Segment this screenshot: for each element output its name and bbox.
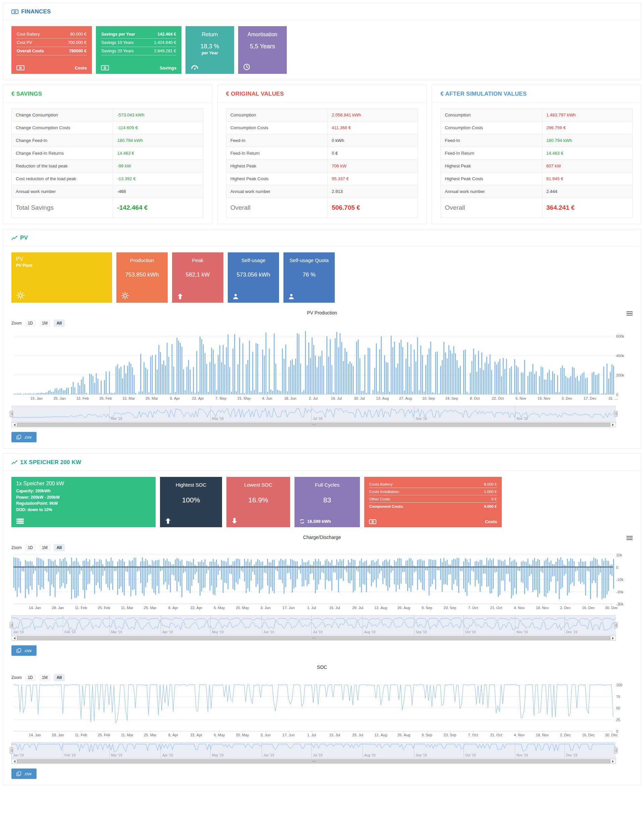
navigator-left-handle[interactable] (10, 747, 13, 753)
overall-row: Overall364.241 € (441, 198, 632, 217)
card-footer-label: Costs (75, 66, 87, 71)
csv-button-label: .csv (24, 648, 31, 653)
scroll-left-button[interactable] (12, 636, 17, 641)
savings-row: Savings 10 Years1.424.640 € (101, 39, 176, 47)
scrollbar-thumb[interactable] (17, 423, 610, 426)
overall-row: Overall506.705 € (227, 198, 418, 217)
clock-icon (243, 63, 282, 71)
zoom-1m-button[interactable]: 1M (39, 544, 51, 551)
pv-peak-card: Peak 582,1 kW (172, 252, 223, 303)
csv-button-label: .csv (24, 434, 31, 440)
return-card: Return 18,3 % per Year (186, 26, 234, 74)
zoom-1d-button[interactable]: 1D (25, 544, 36, 551)
charge-chart-title-row: Charge/Discharge (12, 535, 632, 540)
scrollbar-track[interactable] (17, 422, 610, 427)
navigator-right-handle[interactable] (614, 411, 618, 417)
speicher-panel: 1X SPEICHER 200 KW 1x Speicher 200 kW Ca… (3, 453, 641, 785)
charge-csv-button[interactable]: .csv (12, 645, 36, 656)
soc-navigator-canvas[interactable] (12, 742, 616, 758)
battery-spec-line: DOD: down to 10% (16, 507, 151, 513)
charge-scrollbar[interactable] (12, 636, 616, 641)
table-row: Annual work number2.913 (227, 185, 418, 198)
zoom-all-button[interactable]: All (54, 674, 65, 681)
hamburger-menu-icon[interactable] (626, 311, 632, 316)
table-row: Consumption Costs411.368 € (227, 122, 418, 134)
pv-production-chart[interactable] (12, 327, 632, 403)
scroll-right-button[interactable] (610, 636, 616, 641)
zoom-1d-button[interactable]: 1D (25, 674, 36, 681)
panel-title: € AFTER SIMULATION VALUES (440, 90, 527, 97)
table-row: Change Consumption Costs-114.609 € (12, 122, 203, 134)
savings-header: € SAVINGS (12, 90, 204, 97)
scroll-right-button[interactable] (610, 422, 616, 427)
arrow-up-icon (177, 293, 219, 300)
soc-scrollbar[interactable] (12, 759, 616, 764)
panel-title: € ORIGINAL VALUES (226, 90, 284, 97)
hamburger-menu-icon[interactable] (626, 535, 632, 541)
sun-icon (121, 292, 163, 300)
soc-chart-title-row: SOC (12, 665, 632, 670)
original-values-panel: € ORIGINAL VALUES Consumption2.056.841 k… (217, 85, 427, 224)
banknote-icon (16, 65, 25, 71)
pv-zoom-controls: Zoom 1D 1M All (12, 319, 632, 327)
navigator-left-handle[interactable] (10, 411, 13, 417)
soc-navigator[interactable] (12, 742, 616, 758)
table-row: Consumption1.483.797 kWh (441, 109, 632, 122)
scroll-right-button[interactable] (610, 759, 616, 764)
pv-production-card: Production 753.850 kWh (117, 252, 168, 303)
cost-row-total: Component Costs:9.000 € (369, 503, 497, 510)
soc-chart[interactable] (12, 682, 632, 740)
pv-header: PV (12, 235, 632, 241)
charge-navigator-canvas[interactable] (12, 615, 616, 635)
scroll-left-button[interactable] (12, 422, 17, 427)
pv-csv-button[interactable]: .csv (12, 432, 36, 443)
scroll-left-button[interactable] (12, 759, 17, 764)
zoom-1m-button[interactable]: 1M (39, 319, 51, 327)
gauge-icon (191, 64, 229, 71)
full-cycles-card: Full Cycles 83 16.599 kWh (294, 477, 360, 527)
pv-navigator[interactable] (12, 406, 616, 422)
simulation-header: € AFTER SIMULATION VALUES (440, 90, 632, 97)
panel-title: PV (20, 235, 28, 241)
zoom-all-button[interactable]: All (54, 544, 65, 551)
charge-navigator[interactable] (12, 615, 616, 635)
person-icon (232, 293, 274, 300)
savings-row: Savings 20 Years2.849.281 € (101, 47, 176, 55)
banknote-icon (369, 519, 376, 524)
navigator-right-handle[interactable] (614, 622, 618, 628)
total-row: Total Savings-142.464 € (12, 198, 203, 217)
csv-button-label: .csv (24, 771, 31, 776)
zoom-all-button[interactable]: All (54, 319, 65, 327)
scrollbar-thumb[interactable] (17, 760, 610, 763)
scrollbar-thumb[interactable] (17, 636, 610, 640)
card-footer-label: Costs (485, 519, 497, 524)
highest-soc-card: Hightest SOC 100% (160, 477, 222, 527)
charge-discharge-chart[interactable] (12, 552, 632, 612)
zoom-1d-button[interactable]: 1D (25, 319, 36, 327)
pv-navigator-canvas[interactable] (12, 406, 616, 422)
chart-title: Charge/Discharge (303, 535, 341, 540)
scrollbar-track[interactable] (17, 759, 610, 764)
navigator-left-handle[interactable] (10, 622, 13, 628)
scrollbar-track[interactable] (17, 636, 610, 641)
table-row: Feed-In Return0 € (227, 147, 418, 160)
zoom-1m-button[interactable]: 1M (39, 674, 51, 681)
savings-values-panel: € SAVINGS Change Consumption-573.043 kWh… (3, 85, 212, 224)
finances-panel: FINANCES Cost Battery80.000 € Cost PV700… (3, 3, 641, 80)
navigator-right-handle[interactable] (614, 747, 618, 753)
battery-info-card: 1x Speicher 200 kW Capacity: 200kWh Powe… (12, 477, 156, 527)
finances-header: FINANCES (12, 8, 632, 15)
arrow-up-icon (165, 518, 217, 524)
pv-panel: PV PV PV Plant Production 753.850 kWh Pe… (3, 229, 641, 449)
speicher-header: 1X SPEICHER 200 KW (12, 459, 632, 466)
original-header: € ORIGINAL VALUES (226, 90, 418, 97)
table-row: Annual work number2.444 (441, 185, 632, 198)
sun-icon (16, 291, 107, 300)
table-row: Highest Peak Costs81.945 € (441, 173, 632, 185)
table-row: Feed-In Return14.463 € (441, 147, 632, 160)
costs-row: Cost PV700.000 € (16, 39, 87, 47)
divider (3, 102, 212, 102)
savings-row: Savings per Year142.464 € (101, 30, 176, 39)
pv-scrollbar[interactable] (12, 422, 616, 427)
soc-csv-button[interactable]: .csv (12, 768, 36, 779)
